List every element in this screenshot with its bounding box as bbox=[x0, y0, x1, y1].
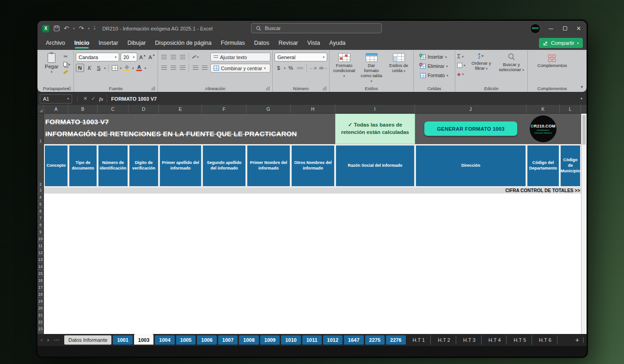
table-header-cell[interactable]: Otros Nombres del informado bbox=[292, 146, 334, 186]
add-sheet-button[interactable]: + bbox=[575, 336, 579, 344]
menu-tab-disposición-de-página[interactable]: Disposición de página bbox=[150, 36, 216, 50]
table-header-cell[interactable]: Segundo apellido del informado bbox=[203, 146, 245, 186]
align-top-icon[interactable] bbox=[160, 53, 168, 61]
row-header-6[interactable]: 6 bbox=[37, 207, 44, 214]
percent-format-icon[interactable]: % bbox=[287, 64, 295, 72]
row-header-4[interactable]: 4 bbox=[37, 194, 44, 200]
select-all-corner[interactable] bbox=[37, 105, 44, 113]
column-header-a[interactable]: A bbox=[44, 105, 68, 113]
cancel-icon[interactable]: ✕ bbox=[83, 96, 87, 102]
row-header-9[interactable]: 9 bbox=[37, 228, 44, 235]
close-icon[interactable]: × bbox=[575, 24, 582, 33]
namebox-splitter[interactable]: ⋮ bbox=[75, 96, 80, 101]
orientation-icon[interactable]: ▾ bbox=[191, 53, 199, 61]
copy-icon[interactable]: ▾ bbox=[63, 61, 70, 67]
font-color-icon[interactable]: A bbox=[135, 64, 143, 72]
row-header-10[interactable]: 10 bbox=[37, 235, 44, 242]
borders-icon[interactable] bbox=[111, 64, 119, 72]
currency-format-icon[interactable]: $ bbox=[275, 64, 282, 72]
insert-cells-button[interactable]: Insertar▾ bbox=[420, 53, 448, 61]
increase-decimal-icon[interactable]: ←.0 bbox=[309, 64, 317, 72]
cell-styles-button[interactable]: Estilos de celda ▾ bbox=[386, 53, 411, 74]
row-header-21[interactable]: 21 bbox=[37, 311, 44, 318]
search-input[interactable]: Buscar bbox=[251, 23, 382, 33]
menu-tab-datos[interactable]: Datos bbox=[250, 36, 274, 50]
sheet-tab-h-t-2[interactable]: H.T 2 bbox=[432, 335, 456, 345]
table-header-cell[interactable]: Número de identificación bbox=[98, 146, 128, 186]
menu-tab-ayuda[interactable]: Ayuda bbox=[324, 36, 350, 50]
find-select-button[interactable]: Buscar y seleccionar ▾ bbox=[497, 53, 526, 73]
table-header-cell[interactable]: Concepto bbox=[45, 146, 67, 186]
sheet-tab-1003[interactable]: 1003 bbox=[134, 334, 153, 345]
table-header-cell[interactable]: Primer Nombre del informado bbox=[247, 146, 290, 186]
sheet-tab-h-t-3[interactable]: H.T 3 bbox=[458, 335, 482, 345]
italic-button[interactable]: K bbox=[86, 64, 93, 72]
decrease-decimal-icon[interactable]: .00→ bbox=[318, 64, 327, 72]
account-avatar[interactable]: DR210 bbox=[530, 24, 540, 34]
undo-icon[interactable]: ↶ bbox=[64, 25, 69, 32]
addins-button[interactable]: Complementos bbox=[536, 53, 569, 69]
sheet-tab-h-t-6[interactable]: H.T 6 bbox=[533, 335, 557, 345]
table-header-cell[interactable]: Código de Municipio bbox=[561, 146, 580, 186]
row-header-5[interactable]: 5 bbox=[37, 200, 44, 207]
row-header-14[interactable]: 14 bbox=[37, 263, 44, 270]
row-header-23[interactable]: 23 bbox=[37, 325, 44, 332]
sheet-tab-1008[interactable]: 1008 bbox=[239, 335, 258, 345]
sheet-tab-1001[interactable]: 1001 bbox=[113, 335, 132, 345]
clear-icon[interactable]: ◆▾ bbox=[457, 71, 465, 77]
dialog-launcher-icon[interactable] bbox=[151, 86, 155, 90]
format-painter-icon[interactable] bbox=[63, 69, 70, 75]
chevron-down-icon[interactable]: ▾ bbox=[88, 27, 90, 30]
font-name-combo[interactable]: Candara▾ bbox=[76, 53, 119, 61]
conditional-format-button[interactable]: Formato condicional ▾ bbox=[331, 53, 357, 79]
row-header-22[interactable]: 22 bbox=[37, 318, 44, 325]
generate-format-button[interactable]: GENERAR FORMATO 1003 bbox=[424, 121, 517, 136]
column-header-i[interactable]: I bbox=[335, 105, 415, 113]
row-header-17[interactable]: 17 bbox=[37, 284, 44, 291]
expand-formula-bar-icon[interactable]: ▾ bbox=[581, 97, 584, 101]
row-header-11[interactable]: 11 bbox=[37, 242, 44, 249]
column-header-f[interactable]: F bbox=[202, 105, 246, 113]
menu-tab-fórmulas[interactable]: Fórmulas bbox=[216, 36, 250, 50]
menu-tab-dibujar[interactable]: Dibujar bbox=[123, 36, 151, 50]
increase-indent-icon[interactable] bbox=[201, 63, 208, 72]
redo-icon[interactable]: ↷ bbox=[79, 25, 84, 32]
sheet-tab-1009[interactable]: 1009 bbox=[260, 335, 280, 345]
vertical-scrollbar[interactable] bbox=[581, 114, 587, 334]
align-middle-icon[interactable] bbox=[169, 53, 177, 61]
table-header-cell[interactable]: Código del Departamento bbox=[527, 146, 559, 186]
chevron-down-icon[interactable]: ▾ bbox=[104, 67, 106, 70]
column-header-b[interactable]: B bbox=[68, 105, 98, 113]
table-header-cell[interactable]: Razón Social del Informado bbox=[336, 146, 414, 186]
wrap-text-button[interactable]: Ajustar texto bbox=[210, 53, 270, 61]
row-header-13[interactable]: 13 bbox=[37, 256, 44, 263]
column-header-k[interactable]: K bbox=[526, 105, 560, 113]
row-header-12[interactable]: 12 bbox=[37, 249, 44, 256]
sheet-tab-h-t-4[interactable]: H.T 4 bbox=[483, 335, 507, 345]
table-header-cell[interactable]: Tipo de documento bbox=[69, 146, 97, 186]
align-center-icon[interactable] bbox=[169, 63, 177, 72]
sheet-cells[interactable]: FORMATO 1003 V7 INFORMACIÓN DE RETENCION… bbox=[44, 114, 581, 334]
align-right-icon[interactable] bbox=[178, 63, 186, 72]
menu-tab-insertar[interactable]: Insertar bbox=[94, 36, 122, 50]
row-header-3[interactable]: 3 bbox=[37, 188, 44, 194]
delete-cells-button[interactable]: Eliminar▾ bbox=[420, 62, 448, 70]
number-format-combo[interactable]: General▾ bbox=[275, 53, 327, 61]
tabbar-menu-icon[interactable]: ⋮ bbox=[581, 337, 587, 343]
row-header-15[interactable]: 15 bbox=[37, 270, 44, 277]
share-button[interactable]: Compartir ▾ bbox=[539, 38, 583, 48]
formula-input[interactable]: FORMATO 1003 V7 bbox=[107, 95, 577, 103]
sheet-tab-2275[interactable]: 2275 bbox=[365, 335, 385, 345]
sheet-tab-1012[interactable]: 1012 bbox=[323, 335, 343, 345]
bold-button[interactable]: N bbox=[76, 64, 84, 72]
dialog-launcher-icon[interactable] bbox=[67, 86, 71, 90]
paste-button[interactable]: Pegar ▾ bbox=[42, 53, 61, 74]
underline-button[interactable]: S bbox=[95, 64, 103, 72]
scrollbar-thumb[interactable] bbox=[582, 115, 586, 145]
enter-icon[interactable]: ✓ bbox=[91, 96, 95, 102]
menu-tab-revisar[interactable]: Revisar bbox=[274, 36, 302, 50]
row-header-20[interactable]: 20 bbox=[37, 304, 44, 311]
control-totals-row[interactable]: CIFRA CONTROL DE TOTALES >> bbox=[44, 188, 581, 194]
menu-tab-vista[interactable]: Vista bbox=[303, 36, 325, 50]
menu-tab-inicio[interactable]: Inicio bbox=[70, 36, 94, 50]
